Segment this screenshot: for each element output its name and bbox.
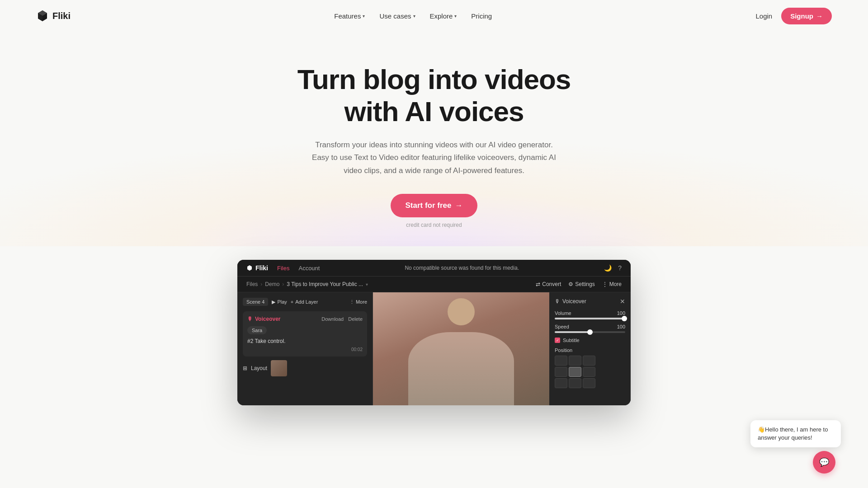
breadcrumb-left: Files › Demo › 3 Tips to Improve Your Pu… [246,281,368,287]
login-button[interactable]: Login [755,12,772,20]
convert-icon: ⇄ [536,281,540,287]
breadcrumb-sep2: › [282,281,284,287]
cta-button[interactable]: Start for free → [391,194,477,217]
download-button[interactable]: Download [321,316,344,322]
volume-thumb[interactable] [622,316,627,321]
chevron-down-icon: ▾ [454,14,457,19]
app-window: Fliki Files Account No compatible source… [237,260,631,405]
voice-name-tag[interactable]: Sara [247,326,267,334]
nav-features[interactable]: Features ▾ [334,12,365,20]
speed-label-row: Speed 100 [555,324,625,329]
app-topbar-left: Fliki Files Account [246,264,320,272]
add-icon: + [291,299,293,305]
pos-mid-right[interactable] [583,367,595,377]
subtitle-label: Subtitle [563,338,580,343]
center-video [373,292,549,405]
signup-button[interactable]: Signup → [781,8,832,24]
breadcrumb-files[interactable]: Files [246,281,258,287]
pos-top-right[interactable] [583,356,595,366]
voiceover-header: 🎙 Voiceover Download Delete [247,316,363,322]
video-placeholder [373,292,549,405]
speed-value: 100 [617,324,625,329]
mic-icon: 🎙 [555,298,560,305]
nav-links: Features ▾ Use cases ▾ Explore ▾ Pricing [334,12,492,20]
left-panel: Scene 4 ▶ Play + Add Layer ⋮ More 🎙 [237,292,373,405]
voiceover-actions: Download Delete [321,316,363,322]
voiceover-text: #2 Take control. [247,338,363,344]
close-button[interactable]: ✕ [620,298,625,305]
subtitle-row: ✓ Subtitle [555,338,625,343]
microphone-icon: 🎙 [247,316,253,322]
breadcrumb-right: ⇄ Convert ⚙ Settings ⋮ More [536,281,622,287]
pos-bot-right[interactable] [583,378,595,388]
add-layer-button[interactable]: + Add Layer [291,299,318,305]
layout-thumbnail [271,360,287,376]
nav-pricing[interactable]: Pricing [471,12,492,20]
volume-value: 100 [617,310,625,316]
logo-icon [36,9,49,22]
breadcrumb-sep: › [260,281,262,287]
speed-control: Speed 100 [555,324,625,333]
more-button[interactable]: ⋮ More [602,281,622,287]
volume-slider[interactable] [555,318,625,319]
speed-thumb[interactable] [587,329,593,335]
convert-button[interactable]: ⇄ Convert [536,281,561,287]
position-label: Position [555,347,625,353]
voiceover-section: 🎙 Voiceover Download Delete Sara #2 Take… [243,311,367,357]
play-icon: ▶ [272,299,275,305]
app-logo-icon [246,265,253,271]
pos-top-left[interactable] [555,356,567,366]
nav-explore[interactable]: Explore ▾ [430,12,457,20]
chevron-down-icon: ▾ [413,14,415,19]
hero-subtext: Transform your ideas into stunning video… [307,139,561,178]
pos-mid-center[interactable] [569,367,581,377]
subtitle-checkbox[interactable]: ✓ [555,338,560,343]
breadcrumb-title[interactable]: 3 Tips to Improve Your Public ... [287,281,363,287]
app-preview-wrapper: Fliki Files Account No compatible source… [0,246,868,405]
hero-headline: Turn blog into videos with AI voices [297,63,571,128]
settings-icon: ⚙ [568,281,573,287]
app-topbar-right: 🌙 ? [604,264,622,272]
chevron-down-icon: ▾ [366,282,368,287]
play-button[interactable]: ▶ Play [272,299,287,305]
delete-button[interactable]: Delete [348,316,363,322]
brand-name: Fliki [52,11,71,21]
speed-fill [555,331,590,333]
volume-fill [555,318,625,319]
pos-mid-left[interactable] [555,367,567,377]
scene-toolbar: Scene 4 ▶ Play + Add Layer ⋮ More [243,298,367,306]
chevron-down-icon: ▾ [363,14,365,19]
pos-bot-left[interactable] [555,378,567,388]
credit-note: credit card not required [406,222,462,228]
voiceover-panel-header: 🎙 Voiceover ✕ [555,298,625,305]
nav-use-cases[interactable]: Use cases ▾ [379,12,415,20]
breadcrumb-demo[interactable]: Demo [265,281,279,287]
layout-grid-icon: ⊞ [243,365,247,371]
position-grid [555,356,625,388]
pos-top-center[interactable] [569,356,581,366]
help-icon[interactable]: ? [618,264,622,272]
nav-actions: Login Signup → [755,8,832,24]
position-control: Position [555,347,625,388]
scene-more-button[interactable]: ⋮ More [349,299,367,305]
logo[interactable]: Fliki [36,9,71,22]
chat-bubble: 👋Hello there, I am here to answer your q… [750,420,841,447]
app-brand: Fliki [246,264,268,272]
layout-section: ⊞ Layout [243,360,367,376]
app-breadcrumb: Files › Demo › 3 Tips to Improve Your Pu… [237,277,631,292]
moon-icon[interactable]: 🌙 [604,264,612,272]
speed-slider[interactable] [555,331,625,333]
voiceover-time: 00:02 [247,347,363,352]
pos-bot-center[interactable] [569,378,581,388]
navbar: Fliki Features ▾ Use cases ▾ Explore ▾ P… [0,0,868,32]
chat-avatar[interactable]: 💬 [813,451,835,474]
volume-label-row: Volume 100 [555,310,625,316]
settings-button[interactable]: ⚙ Settings [568,281,594,287]
app-topbar: Fliki Files Account No compatible source… [237,260,631,277]
hero-section: Turn blog into videos with AI voices Tra… [0,32,868,246]
more-icon: ⋮ [602,281,608,287]
app-nav-files[interactable]: Files [277,265,289,272]
volume-control: Volume 100 [555,310,625,319]
right-panel: 🎙 Voiceover ✕ Volume 100 [549,292,631,405]
app-nav-account[interactable]: Account [298,265,320,272]
